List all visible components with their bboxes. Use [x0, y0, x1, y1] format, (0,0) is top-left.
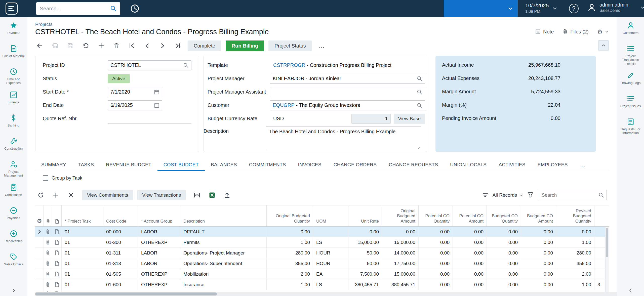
cell-original-budgeted-quantity[interactable]: 0.00	[267, 227, 313, 237]
cell-description[interactable]: Insurance	[180, 279, 267, 290]
notes-icon[interactable]	[54, 282, 60, 287]
scrollbar-thumb[interactable]	[606, 228, 608, 257]
cell-potential-co-amount[interactable]: 0.00	[453, 248, 487, 258]
sidebar-item-time-and-expenses[interactable]: Time and Expenses	[0, 65, 27, 88]
cell-project-task[interactable]: 01	[62, 227, 103, 237]
quote-ref-field[interactable]	[108, 114, 191, 124]
cell-uom[interactable]: LS	[313, 237, 348, 247]
save-and-close-button[interactable]	[50, 40, 61, 51]
notes-icon[interactable]	[54, 271, 60, 277]
horizontal-scrollbar[interactable]	[35, 292, 617, 296]
table-row[interactable]: 01 01-505 OTHEREXP Mobilization 2.00 EA …	[35, 269, 609, 279]
save-button[interactable]	[65, 40, 76, 51]
attachment-icon[interactable]	[45, 240, 51, 245]
cell-project-task[interactable]: 01	[62, 258, 103, 269]
cell-budgeted-co-quantity[interactable]: 0.00	[487, 227, 521, 237]
export-excel-button[interactable]	[207, 190, 218, 201]
project-manager-input[interactable]	[273, 76, 415, 81]
tab-revenue-budget[interactable]: REVENUE BUDGET	[100, 160, 157, 171]
sidebar-item-bills-of-material[interactable]: Bills of Material	[0, 42, 27, 65]
cell-budgeted-co-quantity[interactable]: 0.00	[487, 258, 521, 269]
cell-cost-code[interactable]: 01-311	[103, 248, 138, 258]
side-panel-item-drawing-logs[interactable]: Drawing Logs	[617, 69, 644, 92]
cell-revised-budgeted-quantity[interactable]: 2.00	[556, 269, 594, 279]
cell-potential-co-amount[interactable]: 0.00	[453, 237, 487, 247]
project-id-field[interactable]	[108, 60, 191, 70]
view-base-button[interactable]: View Base	[394, 114, 425, 124]
sidebar-item-finance[interactable]: Finance	[0, 88, 27, 111]
side-panel-item-requests-for-information[interactable]: Requests For Information	[617, 115, 644, 138]
add-row-button[interactable]	[50, 190, 61, 201]
cell-cost-code[interactable]: 00-000	[103, 227, 138, 237]
tab-commitments[interactable]: COMMITMENTS	[243, 160, 292, 171]
cell-budgeted-co-amount[interactable]: 0.00	[521, 279, 556, 290]
scrollbar-thumb[interactable]	[35, 292, 217, 295]
screen-settings-button[interactable]: ⚙	[597, 29, 609, 35]
cell-potential-co-quantity[interactable]: 0.00	[419, 227, 453, 237]
sidebar-expand-button[interactable]	[11, 288, 16, 293]
previous-record-button[interactable]	[142, 40, 153, 51]
search-icon[interactable]	[598, 192, 604, 198]
cell-potential-co-amount[interactable]: 0.00	[453, 279, 487, 290]
cell-cost-code[interactable]: 01-600	[103, 279, 138, 290]
cell-cost-code[interactable]: 01-505	[103, 269, 138, 279]
sidebar-item-construction[interactable]: Construction	[0, 134, 27, 157]
refresh-button[interactable]	[35, 190, 46, 201]
cell-account-group[interactable]: LABOR	[138, 258, 180, 269]
cell-description[interactable]: Operations- Superintendent	[180, 258, 267, 269]
template-link[interactable]: CSTRPROGR	[273, 62, 305, 68]
delete-row-button[interactable]	[65, 190, 76, 201]
cell-potential-co-quantity[interactable]: 0.00	[419, 269, 453, 279]
notes-icon[interactable]	[54, 240, 60, 245]
time-card-icon[interactable]	[130, 4, 139, 13]
cell-budgeted-co-quantity[interactable]: 0.00	[487, 279, 521, 290]
column-header-original-budgeted-amount[interactable]: Original Budgeted Amount	[382, 205, 419, 226]
cell-original-budgeted-quantity[interactable]: 1.00	[267, 279, 313, 290]
column-header-account-group[interactable]: * Account Group	[138, 205, 180, 226]
project-manager-assistant-input[interactable]	[273, 89, 415, 95]
attachment-icon[interactable]	[45, 271, 51, 277]
side-panel-item-project-issues[interactable]: Project Issues	[617, 92, 644, 115]
cell-project-task[interactable]: 01	[62, 269, 103, 279]
filter-button[interactable]	[527, 191, 535, 199]
sidebar-item-payables[interactable]: Payables	[0, 204, 27, 227]
cell-potential-co-quantity[interactable]: 0.00	[419, 248, 453, 258]
attachments-column-header[interactable]	[44, 205, 52, 226]
cell-budgeted-co-quantity[interactable]: 0.00	[487, 269, 521, 279]
calendar-icon[interactable]	[154, 103, 159, 108]
table-row[interactable]: 01 01-311 LABOR Operations- Project Mana…	[35, 248, 609, 258]
notes-icon[interactable]	[54, 261, 60, 266]
more-actions-button[interactable]: …	[316, 42, 328, 49]
cell-uom[interactable]: HOUR	[313, 258, 348, 269]
cell-revised-budgeted-quantity[interactable]: 1.00	[556, 279, 594, 290]
tab-activities[interactable]: ACTIVITIES	[493, 160, 531, 171]
lookup-search-icon[interactable]	[417, 76, 422, 81]
cell-budgeted-co-amount[interactable]: 0.00	[521, 227, 556, 237]
column-header-budgeted-co-quantity[interactable]: Budgeted CO Quantity	[487, 205, 521, 226]
datetime-menu-button[interactable]: 10/7/2025 1:09 PM	[525, 3, 557, 14]
column-header-potential-co-quantity[interactable]: Potential CO Quantity	[419, 205, 453, 226]
cell-budgeted-co-quantity[interactable]: 0.00	[487, 237, 521, 247]
tab-cost-budget[interactable]: COST BUDGET	[157, 160, 205, 171]
cell-account-group[interactable]: OTHEREXP	[138, 279, 180, 290]
sidebar-item-compliance[interactable]: Compliance	[0, 181, 27, 204]
end-date-field[interactable]	[108, 100, 162, 110]
run-billing-button[interactable]: Run Billing	[226, 40, 264, 51]
cell-budgeted-co-amount[interactable]: 0.00	[521, 269, 556, 279]
notes-icon[interactable]	[54, 229, 60, 234]
column-header-description[interactable]: Description	[180, 205, 267, 226]
tab-invoices[interactable]: INVOICES	[292, 160, 328, 171]
cell-revised-budgeted-quantity[interactable]: 0.00	[556, 227, 594, 237]
cell-unit-rate[interactable]: 380,455.71	[348, 279, 382, 290]
column-header-original-budgeted-quantity[interactable]: Original Budgeted Quantity	[267, 205, 313, 226]
cell-potential-co-quantity[interactable]: 0.00	[419, 258, 453, 269]
cell-original-budgeted-quantity[interactable]: 2.00	[267, 269, 313, 279]
cell-account-group[interactable]: LABOR	[138, 248, 180, 258]
complete-button[interactable]: Complete	[188, 40, 221, 51]
filter-settings-icon[interactable]	[482, 192, 489, 198]
cell-uom[interactable]	[313, 227, 348, 237]
records-filter-dropdown[interactable]: All Records	[493, 192, 523, 198]
cell-potential-co-quantity[interactable]: 0.00	[419, 237, 453, 247]
tab-change-requests[interactable]: CHANGE REQUESTS	[383, 160, 444, 171]
grid-search-input[interactable]	[542, 192, 598, 198]
